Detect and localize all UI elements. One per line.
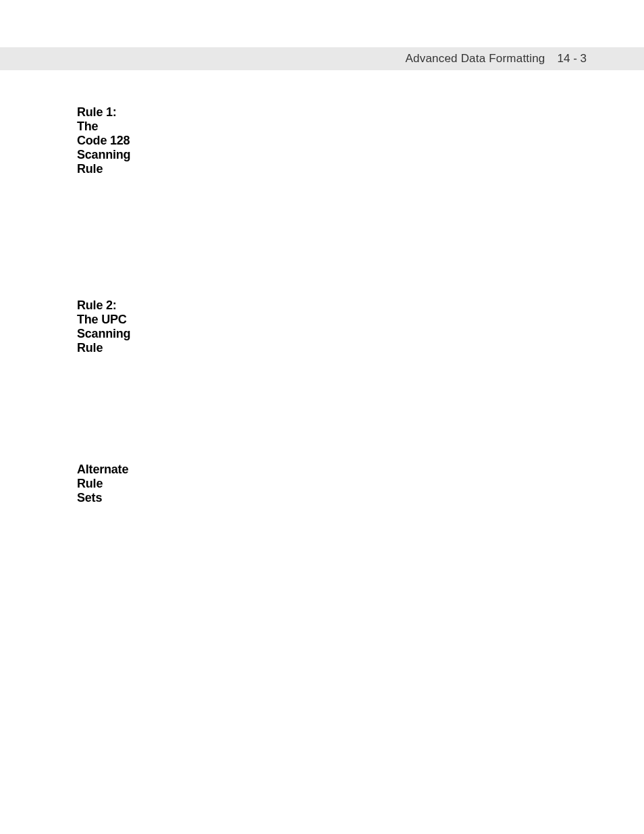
- header-page-number: 14 - 3: [558, 52, 587, 66]
- section-heading-rule-2: Rule 2: The UPC Scanning Rule: [77, 298, 130, 355]
- header-title: Advanced Data Formatting: [406, 52, 545, 66]
- page-header: Advanced Data Formatting 14 - 3: [0, 47, 644, 70]
- section-heading-rule-1: Rule 1: The Code 128 Scanning Rule: [77, 105, 130, 176]
- section-heading-alternate: Alternate Rule Sets: [77, 463, 128, 505]
